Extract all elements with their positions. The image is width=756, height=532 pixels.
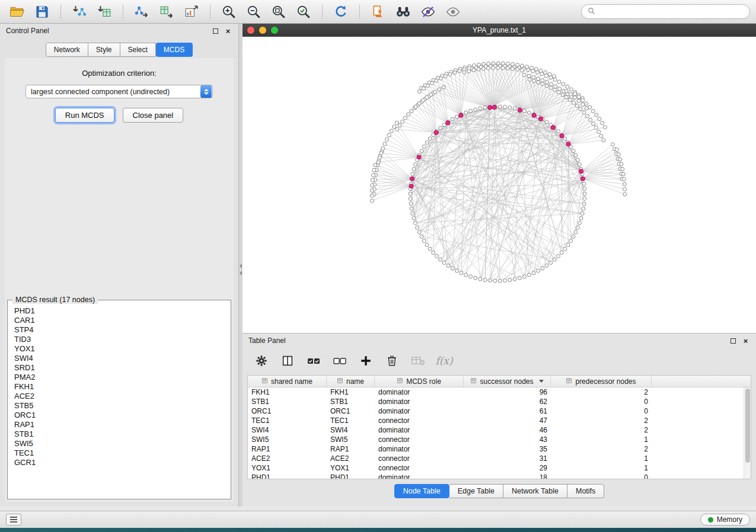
column-type-icon [337, 377, 343, 386]
delete-column-icon[interactable] [384, 352, 400, 369]
import-network-icon[interactable] [68, 2, 91, 21]
mcds-result-item[interactable]: YOX1 [9, 344, 229, 354]
mcds-result-item[interactable]: FKH1 [9, 382, 229, 392]
table-cell-role: connector [375, 435, 464, 444]
show-columns-icon[interactable] [279, 352, 296, 369]
close-table-panel-icon[interactable]: × [741, 336, 750, 345]
table-row[interactable]: ORC1ORC1dominator610 [248, 406, 744, 416]
mcds-result-item[interactable]: SWI5 [9, 439, 229, 448]
tab-mcds[interactable]: MCDS [156, 43, 193, 57]
table-settings-gear-icon[interactable] [253, 352, 270, 369]
table-row[interactable]: FKH1FKH1dominator962 [248, 387, 744, 397]
table-cell-successors: 43 [464, 435, 551, 444]
close-panel-button[interactable]: Close panel [123, 108, 184, 123]
table-row[interactable]: YOX1YOX1connector291 [248, 463, 744, 473]
table-row[interactable]: SWI4SWI4dominator462 [248, 425, 744, 435]
mcds-result-item[interactable]: PMA2 [9, 373, 229, 382]
table-row[interactable]: SWI5SWI5connector431 [248, 435, 744, 444]
delete-table-icon[interactable] [410, 352, 426, 369]
window-zoom-icon[interactable] [271, 27, 278, 34]
mcds-result-item[interactable]: ORC1 [9, 411, 229, 420]
search-input[interactable] [599, 8, 744, 16]
add-column-icon[interactable] [358, 352, 374, 369]
mcds-result-item[interactable]: STB1 [9, 430, 229, 439]
mcds-result-item[interactable]: GCR1 [9, 458, 229, 467]
mcds-result-item[interactable]: PHD1 [9, 306, 229, 316]
mcds-result-list[interactable]: PHD1CAR1STP4TID3YOX1SWI4SRD1PMA2FKH1ACE2… [9, 306, 229, 498]
column-header-shared-name[interactable]: shared name [248, 376, 327, 387]
find-icon[interactable] [392, 2, 414, 21]
column-header-name[interactable]: name [327, 376, 375, 387]
sort-descending-icon [539, 380, 544, 383]
table-row[interactable]: RAP1RAP1dominator352 [248, 444, 744, 454]
float-table-panel-icon[interactable] [729, 336, 738, 345]
float-panel-icon[interactable] [211, 27, 220, 36]
tab-style[interactable]: Style [88, 43, 120, 57]
table-row[interactable]: PHD1PHD1dominator180 [248, 473, 744, 479]
refresh-icon[interactable] [330, 2, 352, 21]
mcds-result-item[interactable]: TEC1 [9, 448, 229, 458]
run-mcds-button[interactable]: Run MCDS [55, 108, 114, 123]
show-all-icon[interactable] [442, 2, 464, 21]
table-cell-successors: 47 [464, 416, 551, 425]
export-table-icon[interactable] [155, 2, 178, 21]
column-label: MCDS role [406, 377, 441, 386]
window-minimize-icon[interactable] [259, 27, 266, 34]
mcds-result-item[interactable]: ACE2 [9, 392, 229, 401]
dropdown-selected-value: largest connected component (undirected) [26, 88, 200, 96]
save-icon[interactable] [31, 2, 53, 21]
table-vertical-scrollbar[interactable] [744, 387, 751, 479]
column-header-predecessor-nodes[interactable]: predecessor nodes [551, 376, 652, 387]
mcds-result-item[interactable]: SRD1 [9, 363, 229, 373]
scrollbar-thumb[interactable] [745, 389, 750, 463]
mcds-result-item[interactable]: STP4 [9, 325, 229, 335]
export-image-icon[interactable] [180, 2, 203, 21]
table-cell-successors: 96 [464, 388, 551, 396]
optimization-criterion-dropdown[interactable]: largest connected component (undirected) [25, 85, 213, 98]
mcds-result-item[interactable]: SWI4 [9, 354, 229, 363]
network-canvas[interactable] [243, 37, 756, 333]
table-cell-successors: 29 [464, 464, 551, 472]
table-header-row: shared name name MCDS role successor nod… [248, 376, 751, 387]
mcds-tab-content: Optimization criterion: largest connecte… [5, 58, 234, 502]
zoom-selected-icon[interactable] [292, 2, 315, 21]
table-row[interactable]: STB1STB1dominator620 [248, 397, 744, 406]
deselect-all-rows-icon[interactable] [331, 352, 348, 369]
status-menu-icon[interactable] [6, 514, 21, 525]
table-cell-shared_name: TEC1 [248, 416, 327, 425]
hide-selected-icon[interactable] [417, 2, 439, 21]
network-view-window: YPA_prune.txt_1 [243, 24, 756, 333]
clone-document-icon[interactable] [367, 2, 390, 21]
open-file-icon[interactable] [6, 2, 28, 21]
column-header-successor-nodes[interactable]: successor nodes [464, 376, 551, 387]
right-area: YPA_prune.txt_1 Table Panel × [243, 24, 756, 507]
tab-edge-table[interactable]: Edge Table [449, 484, 503, 498]
network-graph[interactable] [243, 37, 756, 333]
function-builder-icon[interactable]: f(x) [436, 352, 452, 369]
tab-node-table[interactable]: Node Table [394, 484, 449, 498]
tab-network[interactable]: Network [46, 43, 88, 57]
zoom-out-icon[interactable] [243, 2, 265, 21]
tab-select[interactable]: Select [120, 43, 156, 57]
mcds-result-item[interactable]: CAR1 [9, 316, 229, 325]
network-titlebar: YPA_prune.txt_1 [243, 24, 756, 37]
mcds-result-item[interactable]: RAP1 [9, 420, 229, 430]
close-panel-icon[interactable]: × [224, 27, 232, 36]
column-header-mcds-role[interactable]: MCDS role [375, 376, 464, 387]
zoom-fit-icon[interactable] [267, 2, 290, 21]
export-network-icon[interactable] [130, 2, 153, 21]
table-cell-name: TEC1 [327, 416, 375, 425]
tab-network-table[interactable]: Network Table [503, 484, 567, 498]
memory-button[interactable]: Memory [700, 514, 750, 525]
mcds-result-item[interactable]: TID3 [9, 335, 229, 344]
search-field[interactable] [581, 4, 750, 19]
select-all-rows-icon[interactable] [305, 352, 322, 369]
tab-motifs[interactable]: Motifs [567, 484, 604, 498]
table-row[interactable]: TEC1TEC1connector472 [248, 416, 744, 425]
table-row[interactable]: ACE2ACE2connector311 [248, 454, 744, 463]
mcds-result-item[interactable]: STB5 [9, 401, 229, 411]
zoom-in-icon[interactable] [218, 2, 240, 21]
window-close-icon[interactable] [247, 27, 254, 34]
column-type-icon [261, 377, 268, 386]
import-table-icon[interactable] [93, 2, 116, 21]
